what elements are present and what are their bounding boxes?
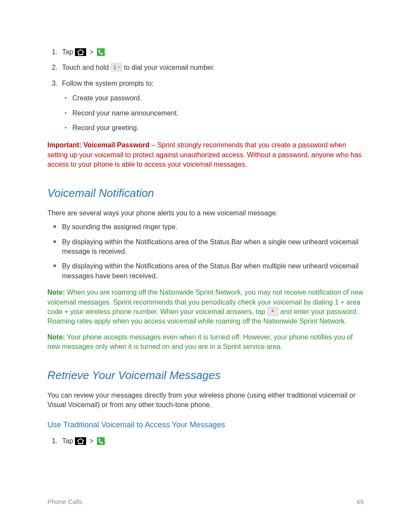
- retrieve-intro: You can review your messages directly fr…: [47, 391, 364, 410]
- star-key-icon: [267, 307, 278, 316]
- key-1-icon: 1∞: [111, 63, 122, 72]
- notification-intro: There are several ways your phone alerts…: [47, 208, 364, 218]
- footer-section: Phone Calls: [47, 497, 82, 506]
- period: .: [105, 437, 106, 445]
- step-text: Follow the system prompts to:: [62, 80, 154, 87]
- step-1: Tap > .: [59, 47, 364, 57]
- step-3: Follow the system prompts to: Create you…: [59, 79, 364, 133]
- step-2: Touch and hold 1∞ to dial your voicemail…: [59, 63, 364, 72]
- subheading-traditional-voicemail: Use Traditional Voicemail to Access Your…: [47, 420, 364, 430]
- note-roaming: Note: When you are roaming off the Natio…: [47, 288, 364, 327]
- phone-icon: [97, 437, 105, 445]
- alerts-list: By sounding the assigned ringer type. By…: [47, 222, 364, 281]
- page: Tap > . Touch and hold 1∞ to dial your v…: [0, 0, 411, 532]
- substep: Record your greeting.: [72, 123, 364, 133]
- period: .: [105, 48, 106, 56]
- page-footer: Phone Calls 49: [47, 497, 364, 506]
- step-3-substeps: Create your password. Record your name a…: [62, 93, 364, 133]
- setup-steps: Tap > . Touch and hold 1∞ to dial your v…: [47, 47, 364, 133]
- step-text: Touch and hold: [62, 64, 111, 71]
- substep: Create your password.: [72, 93, 364, 103]
- phone-icon: [97, 48, 105, 56]
- important-note: Important: Voicemail Password – Sprint s…: [47, 140, 364, 169]
- note-phone-off: Note: Your phone accepts messages even w…: [47, 333, 364, 352]
- home-icon: [75, 48, 86, 56]
- retrieve-steps: Tap > .: [47, 436, 364, 446]
- list-item: By displaying within the Notifications a…: [62, 261, 364, 281]
- heading-voicemail-notification: Voicemail Notification: [47, 185, 364, 201]
- heading-retrieve-messages: Retrieve Your Voicemail Messages: [47, 367, 364, 383]
- step-text: to dial your voicemail number.: [124, 64, 215, 71]
- substep: Record your name announcement.: [72, 109, 364, 118]
- step-text: Tap: [62, 437, 73, 445]
- list-item: By sounding the assigned ringer type.: [62, 222, 364, 232]
- step-text: Tap: [62, 48, 73, 56]
- chevron-text: >: [90, 437, 93, 445]
- step-1: Tap > .: [59, 436, 364, 446]
- home-icon: [75, 437, 86, 445]
- list-item: By displaying within the Notifications a…: [62, 237, 364, 257]
- footer-page-number: 49: [356, 497, 364, 506]
- chevron-text: >: [90, 48, 93, 56]
